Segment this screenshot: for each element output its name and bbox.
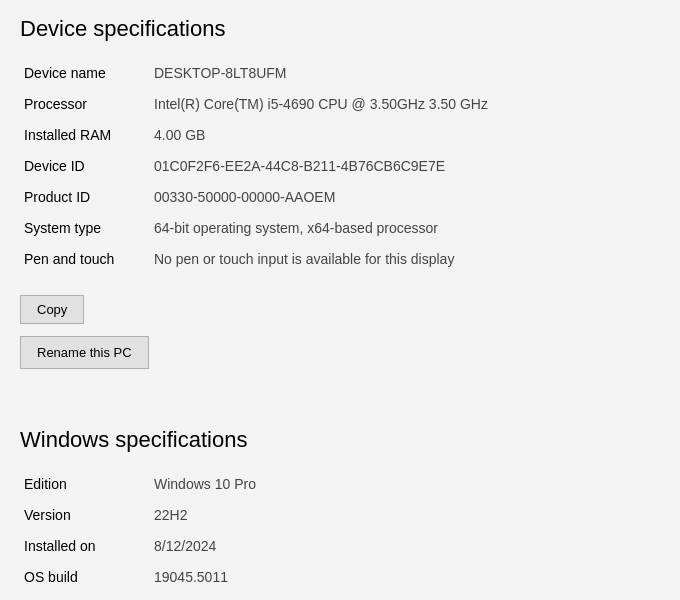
windows-spec-value: 19045.5011 — [150, 562, 660, 593]
device-spec-row: Device name DESKTOP-8LT8UFM — [20, 58, 660, 89]
device-spec-value: 01C0F2F6-EE2A-44C8-B211-4B76CB6C9E7E — [150, 151, 660, 182]
device-specifications-title: Device specifications — [20, 16, 660, 42]
windows-spec-row: OS build 19045.5011 — [20, 562, 660, 593]
windows-spec-label: Edition — [20, 469, 150, 500]
device-spec-label: Processor — [20, 89, 150, 120]
copy-button[interactable]: Copy — [20, 295, 84, 324]
windows-spec-row: Version 22H2 — [20, 500, 660, 531]
device-spec-table: Device name DESKTOP-8LT8UFM Processor In… — [20, 58, 660, 275]
windows-spec-value: 22H2 — [150, 500, 660, 531]
windows-spec-label: Installed on — [20, 531, 150, 562]
windows-spec-value: 8/12/2024 — [150, 531, 660, 562]
windows-spec-row: Experience Windows Feature Experience Pa… — [20, 593, 660, 600]
rename-pc-button[interactable]: Rename this PC — [20, 336, 149, 369]
device-spec-value: 4.00 GB — [150, 120, 660, 151]
windows-spec-label: Experience — [20, 593, 150, 600]
rename-button-row: Rename this PC — [20, 336, 660, 399]
device-spec-row: Pen and touch No pen or touch input is a… — [20, 244, 660, 275]
device-spec-label: System type — [20, 213, 150, 244]
windows-spec-row: Installed on 8/12/2024 — [20, 531, 660, 562]
windows-spec-label: OS build — [20, 562, 150, 593]
device-spec-row: Device ID 01C0F2F6-EE2A-44C8-B211-4B76CB… — [20, 151, 660, 182]
device-spec-label: Pen and touch — [20, 244, 150, 275]
device-spec-value: Intel(R) Core(TM) i5-4690 CPU @ 3.50GHz … — [150, 89, 660, 120]
device-spec-row: System type 64-bit operating system, x64… — [20, 213, 660, 244]
windows-spec-row: Edition Windows 10 Pro — [20, 469, 660, 500]
device-spec-value: 00330-50000-00000-AAOEM — [150, 182, 660, 213]
device-spec-value: DESKTOP-8LT8UFM — [150, 58, 660, 89]
copy-button-row: Copy — [20, 295, 660, 324]
device-spec-row: Product ID 00330-50000-00000-AAOEM — [20, 182, 660, 213]
device-spec-value: No pen or touch input is available for t… — [150, 244, 660, 275]
windows-spec-label: Version — [20, 500, 150, 531]
windows-specifications-title: Windows specifications — [20, 427, 660, 453]
device-spec-label: Product ID — [20, 182, 150, 213]
device-spec-value: 64-bit operating system, x64-based proce… — [150, 213, 660, 244]
windows-spec-value: Windows Feature Experience Pack 1000.190… — [150, 593, 660, 600]
windows-spec-table: Edition Windows 10 Pro Version 22H2 Inst… — [20, 469, 660, 600]
windows-spec-value: Windows 10 Pro — [150, 469, 660, 500]
device-spec-row: Installed RAM 4.00 GB — [20, 120, 660, 151]
device-spec-label: Device name — [20, 58, 150, 89]
device-spec-label: Installed RAM — [20, 120, 150, 151]
device-spec-row: Processor Intel(R) Core(TM) i5-4690 CPU … — [20, 89, 660, 120]
device-spec-label: Device ID — [20, 151, 150, 182]
